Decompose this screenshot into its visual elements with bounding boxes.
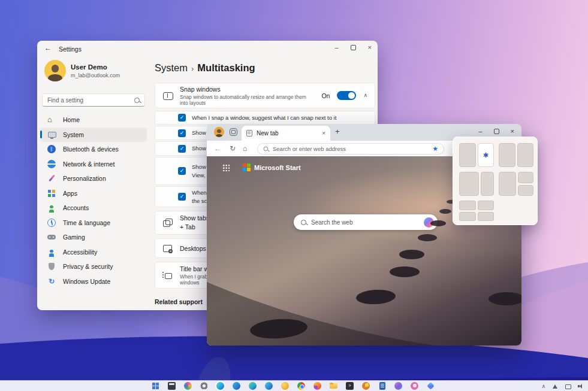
hidden-icons-chevron[interactable]: ∧ — [541, 384, 545, 389]
settings-titlebar[interactable]: ← Settings – × — [37, 41, 378, 57]
search-icon[interactable] — [134, 98, 140, 103]
toggle-state-label: On — [321, 92, 330, 99]
snap-layout-quad[interactable] — [459, 201, 494, 221]
settings-search-input[interactable]: Find a setting — [42, 93, 145, 107]
shake-icon — [162, 271, 173, 280]
snap-zone-tl[interactable] — [459, 201, 476, 210]
minimize-icon[interactable]: – — [478, 128, 482, 135]
snap-zone-bl[interactable] — [459, 212, 476, 222]
sidebar-item-personalization[interactable]: Personalization — [40, 171, 147, 186]
terminal-app-icon[interactable]: > — [346, 382, 354, 390]
sidebar-item-gaming[interactable]: Gaming — [40, 230, 147, 245]
accounts-icon — [47, 204, 56, 212]
network-icon — [47, 160, 56, 168]
tab-close-icon[interactable]: × — [322, 130, 325, 137]
file-explorer-icon[interactable] — [330, 382, 337, 390]
snap-windows-card[interactable]: Snap windows Snap windows to automatical… — [155, 83, 375, 108]
snap-zone-left[interactable] — [499, 143, 515, 167]
workspaces-icon[interactable] — [230, 128, 237, 136]
checkbox-checked-icon[interactable]: ✓ — [178, 193, 186, 201]
snap-zone-left[interactable] — [459, 143, 476, 167]
maximize-icon[interactable] — [494, 129, 499, 134]
checkbox-checked-icon[interactable]: ✓ — [178, 167, 186, 175]
avatar[interactable] — [44, 60, 66, 81]
brush-icon — [47, 174, 56, 183]
paint-app-icon[interactable] — [362, 382, 370, 390]
snap-layout-left-stacked-right[interactable] — [499, 172, 533, 196]
snap-layout-wide-left[interactable] — [459, 172, 494, 196]
sidebar-item-accounts[interactable]: Accounts — [40, 201, 147, 216]
sidebar-item-system[interactable]: System — [40, 128, 147, 143]
edge-dev-app-icon[interactable] — [249, 382, 257, 390]
sidebar-item-bluetooth[interactable]: ᛒ Bluetooth & devices — [40, 142, 147, 157]
breadcrumb-system[interactable]: System — [155, 62, 188, 73]
bluetooth-icon: ᛒ — [47, 145, 56, 153]
window-tray-icon[interactable] — [565, 384, 571, 389]
sidebar-item-time-language[interactable]: Time & language — [40, 216, 147, 231]
search-icon — [264, 146, 269, 151]
edge-canary-app-icon[interactable] — [265, 382, 273, 390]
widgets-app-icon[interactable] — [168, 382, 176, 390]
home-icon: ⌂ — [47, 116, 56, 124]
snap-layout-two-columns-2[interactable] — [499, 143, 533, 167]
refresh-icon[interactable]: ↻ — [230, 145, 236, 152]
address-bar[interactable]: Search or enter web address ★ — [257, 143, 444, 154]
shield-icon — [47, 262, 56, 271]
volume-tray-icon[interactable] — [578, 384, 583, 389]
sidebar-item-apps[interactable]: Apps — [40, 186, 147, 201]
close-icon[interactable]: × — [368, 44, 372, 51]
avatar-head — [52, 65, 59, 72]
sidebar-item-windows-update[interactable]: ↻ Windows Update — [40, 274, 147, 289]
back-icon[interactable]: ← — [214, 145, 221, 152]
checkbox-checked-icon[interactable]: ✓ — [178, 129, 186, 137]
maximize-icon[interactable] — [351, 45, 356, 50]
loop-app-icon[interactable] — [394, 382, 402, 390]
snap-zone-top-right[interactable] — [518, 172, 534, 183]
snap-zone-right-hovered[interactable]: ✱ — [478, 143, 494, 167]
home-icon[interactable]: ⌂ — [243, 145, 247, 152]
sidebar-item-privacy[interactable]: Privacy & security — [40, 259, 147, 274]
back-icon[interactable]: ← — [44, 44, 52, 51]
snap-zone-tr[interactable] — [478, 201, 494, 210]
gamepad-icon — [47, 233, 56, 241]
snap-zone-left[interactable] — [499, 172, 516, 196]
snap-zone-right-narrow[interactable] — [481, 172, 494, 196]
sidebar-item-accessibility[interactable]: Accessibility — [40, 245, 147, 260]
sidebar-item-home[interactable]: ⌂ Home — [40, 113, 147, 128]
snap-zone-br[interactable] — [478, 212, 494, 222]
system-tray: ∧ — [541, 382, 583, 390]
chrome-app-icon[interactable] — [297, 382, 305, 390]
chevron-up-icon[interactable]: ∧ — [363, 93, 367, 98]
snap-windows-toggle[interactable] — [337, 91, 356, 100]
settings-app-icon[interactable] — [200, 382, 208, 390]
minimize-icon[interactable]: – — [334, 44, 338, 51]
update-icon: ↻ — [47, 277, 56, 286]
snap-layout-two-columns[interactable]: ✱ — [459, 143, 494, 167]
edge-app-icon-active[interactable] — [216, 382, 224, 390]
snap-layouts-flyout: ✱ — [453, 137, 538, 225]
edge-beta-app-icon[interactable] — [233, 382, 240, 390]
photos-app-icon[interactable] — [184, 382, 192, 390]
snap-zone-left-wide[interactable] — [459, 172, 479, 196]
checkbox-row-suggest[interactable]: ✓ When I snap a window, suggest what I c… — [155, 111, 375, 125]
copilot-app-icon[interactable] — [427, 382, 435, 390]
network-tray-icon[interactable] — [553, 384, 558, 389]
gold-app-icon[interactable] — [281, 382, 289, 390]
firefox-app-icon[interactable] — [313, 382, 321, 390]
checkbox-checked-icon[interactable]: ✓ — [178, 114, 186, 122]
favorites-star-icon[interactable]: ★ — [432, 146, 438, 152]
related-support-heading: Related support — [155, 298, 203, 305]
apps-icon — [47, 189, 56, 198]
new-tab-button[interactable]: + — [335, 128, 340, 135]
profile-avatar[interactable] — [214, 127, 224, 137]
snap-zone-bottom-right[interactable] — [518, 185, 534, 196]
people-app-icon[interactable] — [411, 382, 418, 390]
checkbox-checked-icon[interactable]: ✓ — [178, 145, 186, 153]
start-button[interactable] — [152, 382, 159, 390]
tabs-icon — [162, 219, 173, 227]
snap-zone-right[interactable] — [517, 143, 534, 167]
word-app-icon[interactable] — [378, 382, 386, 390]
sidebar-item-network[interactable]: Network & internet — [40, 157, 147, 172]
tab-new-tab[interactable]: New tab × — [242, 126, 330, 141]
close-icon[interactable]: × — [511, 128, 514, 135]
